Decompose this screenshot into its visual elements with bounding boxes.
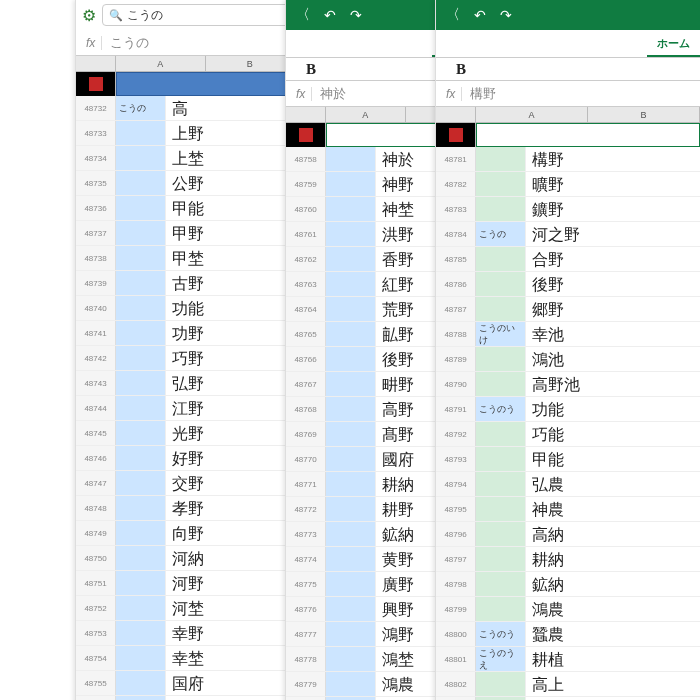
row-number[interactable]: 48779	[286, 672, 326, 696]
table-row[interactable]: 48748孝野	[76, 496, 295, 521]
redo-icon[interactable]: ↷	[346, 7, 366, 23]
table-row[interactable]: 48749向野	[76, 521, 295, 546]
table-row[interactable]: 48737甲野	[76, 221, 295, 246]
cell-a[interactable]	[476, 497, 526, 521]
cell-a[interactable]	[116, 496, 166, 520]
table-row[interactable]: 48741功野	[76, 321, 295, 346]
table-row[interactable]: 48785合野	[436, 247, 700, 272]
cell-a[interactable]	[116, 146, 166, 170]
cell-a[interactable]	[476, 422, 526, 446]
row-number[interactable]: 48797	[436, 547, 476, 571]
table-row[interactable]: 48797耕納	[436, 547, 700, 572]
row-number[interactable]: 48795	[436, 497, 476, 521]
row-number[interactable]: 48792	[436, 422, 476, 446]
cell-a[interactable]	[476, 197, 526, 221]
cell-a[interactable]	[326, 472, 376, 496]
cell-b[interactable]: 功能	[526, 397, 700, 421]
row-number[interactable]: 48798	[436, 572, 476, 596]
cell-a[interactable]	[116, 521, 166, 545]
cell-a[interactable]	[116, 571, 166, 595]
row-number[interactable]: 48776	[286, 597, 326, 621]
row-number[interactable]: 48772	[286, 497, 326, 521]
cell-b[interactable]: 高	[166, 96, 295, 120]
cell-a[interactable]	[326, 647, 376, 671]
row-number[interactable]: 48801	[436, 647, 476, 671]
cell-a[interactable]	[116, 471, 166, 495]
row-number[interactable]: 48732	[76, 96, 116, 120]
cell-b[interactable]: 古野	[166, 271, 295, 295]
cell-a[interactable]	[116, 696, 166, 700]
row-number[interactable]: 48794	[436, 472, 476, 496]
cell-b[interactable]: 甲能	[166, 196, 295, 220]
table-row[interactable]: 48736甲能	[76, 196, 295, 221]
cell-a[interactable]: こうのうえ	[476, 647, 526, 671]
row-number[interactable]: 48769	[286, 422, 326, 446]
row-number[interactable]: 48764	[286, 297, 326, 321]
cell-a[interactable]	[116, 596, 166, 620]
cell-a[interactable]	[116, 321, 166, 345]
cell-a[interactable]	[326, 322, 376, 346]
bold-button[interactable]: B	[294, 58, 328, 80]
table-row[interactable]: 48739古野	[76, 271, 295, 296]
search-input[interactable]: 🔍 こうの	[102, 4, 289, 26]
table-row[interactable]: 48781構野	[436, 147, 700, 172]
cell-a[interactable]	[326, 522, 376, 546]
row-number[interactable]: 48758	[286, 147, 326, 171]
table-row[interactable]: 48784こうの河之野	[436, 222, 700, 247]
formula-bar[interactable]: fx 構野	[436, 81, 700, 107]
cell-a[interactable]	[326, 347, 376, 371]
row-number[interactable]: 48770	[286, 447, 326, 471]
row-number[interactable]: 48791	[436, 397, 476, 421]
cell-a[interactable]	[476, 672, 526, 696]
row-number[interactable]: 48802	[436, 672, 476, 696]
cell-b[interactable]: 高上	[526, 672, 700, 696]
row-number[interactable]: 48754	[76, 646, 116, 670]
row-number[interactable]: 48759	[286, 172, 326, 196]
cell-a[interactable]	[116, 546, 166, 570]
row-number[interactable]: 48789	[436, 347, 476, 371]
bold-button[interactable]: B	[444, 58, 478, 80]
row-number[interactable]: 48761	[286, 222, 326, 246]
cell-b[interactable]: 国府	[166, 671, 295, 695]
row-number[interactable]: 48748	[76, 496, 116, 520]
table-row[interactable]: 48796高納	[436, 522, 700, 547]
back-icon[interactable]: 〈	[442, 6, 464, 24]
cell-b[interactable]: 河納	[166, 546, 295, 570]
cell-b[interactable]: 甲埜	[166, 246, 295, 270]
row-number[interactable]: 48734	[76, 146, 116, 170]
table-row[interactable]: 48787郷野	[436, 297, 700, 322]
cell-a[interactable]	[116, 646, 166, 670]
cell-a[interactable]	[116, 421, 166, 445]
data-grid[interactable]: 48732こうの高48733上野48734上埜48735公野48736甲能487…	[76, 96, 295, 700]
row-number[interactable]: 48778	[286, 647, 326, 671]
table-row[interactable]: 48742巧野	[76, 346, 295, 371]
row-number[interactable]: 48752	[76, 596, 116, 620]
cell-b[interactable]: 河之野	[526, 222, 700, 246]
cell-a[interactable]	[476, 272, 526, 296]
cell-a[interactable]	[476, 472, 526, 496]
cell-b[interactable]: 幸池	[526, 322, 700, 346]
cell-b[interactable]: 功能	[166, 296, 295, 320]
cell-b[interactable]: 鴻池	[526, 347, 700, 371]
cell-a[interactable]	[326, 572, 376, 596]
redo-icon[interactable]: ↷	[496, 7, 516, 23]
col-header-b[interactable]: B	[206, 56, 296, 71]
cell-a[interactable]	[476, 297, 526, 321]
table-row[interactable]: 48747交野	[76, 471, 295, 496]
table-row[interactable]: 48732こうの高	[76, 96, 295, 121]
table-row[interactable]: 48802高上	[436, 672, 700, 697]
cell-a[interactable]: こうの	[116, 96, 166, 120]
cell-b[interactable]: 高納	[526, 522, 700, 546]
cell-a[interactable]	[326, 672, 376, 696]
cell-a[interactable]: こうの	[476, 222, 526, 246]
row-number[interactable]: 48767	[286, 372, 326, 396]
col-header-a[interactable]: A	[476, 107, 588, 122]
cell-b[interactable]: 神農	[526, 497, 700, 521]
table-row[interactable]: 48746好野	[76, 446, 295, 471]
row-number[interactable]: 48749	[76, 521, 116, 545]
cell-a[interactable]	[326, 497, 376, 521]
row-number[interactable]: 48736	[76, 196, 116, 220]
cell-a[interactable]	[326, 597, 376, 621]
cell-b[interactable]: 鉱納	[526, 572, 700, 596]
table-row[interactable]: 48745光野	[76, 421, 295, 446]
